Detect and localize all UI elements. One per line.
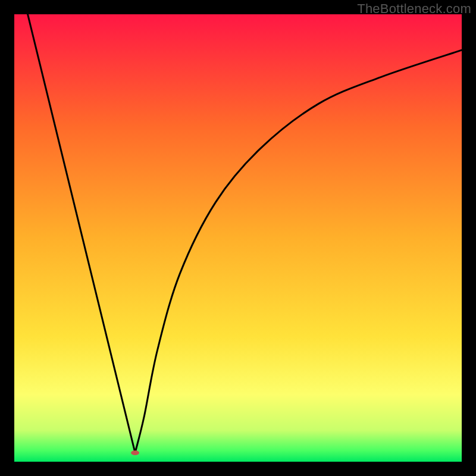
gradient-background <box>14 14 462 462</box>
chart-svg <box>14 14 462 462</box>
marker-layer <box>131 450 139 455</box>
plot-area <box>14 14 462 462</box>
cusp-marker <box>131 450 139 455</box>
chart-frame: TheBottleneck.com <box>0 0 476 476</box>
